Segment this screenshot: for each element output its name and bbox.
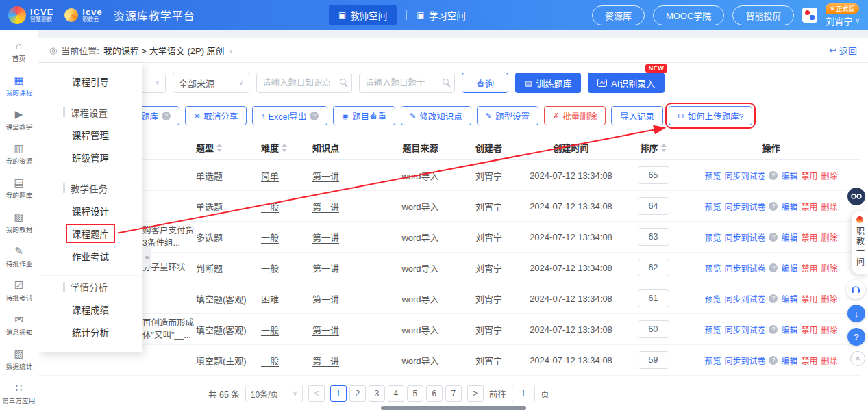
menu-collapse-button[interactable]: «	[142, 246, 151, 267]
knowledge-value[interactable]: 第一讲	[312, 202, 339, 212]
help-widget-icon[interactable]: ?	[847, 328, 865, 346]
customer-service-icon[interactable]	[846, 280, 865, 299]
disable-link[interactable]: 禁用	[802, 262, 818, 274]
close-widget-icon[interactable]: ×	[850, 351, 865, 366]
teacher-space-tab[interactable]: ▣ 教师空间	[329, 5, 397, 25]
help-icon[interactable]: ?	[769, 171, 778, 180]
rail-item-exams[interactable]: ☑待批考试	[0, 274, 38, 308]
assistant-tab[interactable]: 职教一问	[852, 211, 868, 274]
page-button-4[interactable]: 4	[388, 385, 404, 402]
duplicate-check-button[interactable]: ◉题目查重	[333, 106, 395, 125]
order-input[interactable]	[638, 351, 669, 369]
horizontal-scrollbar[interactable]	[381, 406, 526, 410]
sort-icon[interactable]	[216, 144, 222, 152]
sync-to-paper-link[interactable]: 同步到试卷	[724, 231, 765, 243]
edit-link[interactable]: 编辑	[781, 355, 797, 366]
menu-item[interactable]: 作业考试	[38, 244, 142, 267]
rail-item-homework[interactable]: ✎待批作业	[0, 240, 38, 274]
source-select[interactable]: 全部来源∨	[173, 73, 249, 93]
sync-to-paper-link[interactable]: 同步到试卷	[724, 324, 765, 335]
menu-item[interactable]: 班级管理	[38, 146, 142, 168]
preview-link[interactable]: 预览	[704, 293, 721, 305]
col-type[interactable]: 题型	[196, 141, 261, 154]
help-icon[interactable]: ?	[769, 263, 778, 272]
disable-link[interactable]: 禁用	[802, 170, 818, 181]
difficulty-value[interactable]: 一般	[261, 202, 279, 212]
delete-link[interactable]: 删除	[821, 324, 838, 335]
prev-page-button[interactable]: <	[308, 385, 325, 402]
difficulty-value[interactable]: 简单	[261, 171, 279, 181]
difficulty-value[interactable]: 一般	[261, 233, 279, 243]
preview-link[interactable]: 预览	[704, 355, 721, 366]
page-button-3[interactable]: 3	[369, 385, 385, 402]
help-icon[interactable]: ?	[769, 325, 778, 334]
disable-link[interactable]: 禁用	[802, 201, 818, 212]
page-button-5[interactable]: 5	[407, 385, 423, 402]
col-difficulty[interactable]: 难度	[261, 141, 312, 154]
rail-item-resources[interactable]: ▥我的资源	[0, 137, 38, 171]
reading-mode-icon[interactable]	[847, 188, 865, 205]
page-button-1[interactable]: 1	[330, 385, 347, 402]
rail-item-classroom[interactable]: ▶课堂教学	[0, 103, 38, 137]
menu-item[interactable]: 课程题库	[38, 222, 142, 244]
order-input[interactable]	[638, 320, 669, 338]
delete-link[interactable]: 删除	[821, 170, 838, 181]
preview-link[interactable]: 预览	[704, 262, 721, 274]
download-icon[interactable]: ↓	[847, 305, 865, 322]
resource-library-button[interactable]: 资源库	[592, 5, 645, 25]
sort-icon[interactable]	[661, 144, 667, 152]
how-to-upload-button[interactable]: ⊡如何上传题库?	[669, 106, 752, 125]
help-icon[interactable]: ?	[162, 112, 171, 120]
apps-icon[interactable]	[802, 8, 817, 23]
sync-to-paper-link[interactable]: 同步到试卷	[724, 201, 765, 212]
page-button-6[interactable]: 6	[426, 385, 443, 402]
disable-link[interactable]: 禁用	[802, 293, 818, 305]
rail-item-statistics[interactable]: ▨数据统计	[0, 342, 38, 376]
knowledge-value[interactable]: 第一讲	[312, 356, 339, 366]
knowledge-value[interactable]: 第一讲	[312, 325, 339, 335]
preview-link[interactable]: 预览	[704, 201, 721, 212]
rail-item-my-courses[interactable]: ▦我的课程	[0, 68, 38, 103]
disable-link[interactable]: 禁用	[802, 231, 818, 243]
knowledge-value[interactable]: 第一讲	[312, 233, 339, 243]
type-setting-button[interactable]: ✎题型设置	[477, 106, 538, 125]
sync-to-paper-link[interactable]: 同步到试卷	[724, 170, 765, 181]
next-page-button[interactable]: >	[467, 385, 484, 402]
order-input[interactable]	[638, 197, 669, 215]
edit-link[interactable]: 编辑	[781, 324, 797, 335]
menu-item[interactable]: 统计分析	[38, 320, 142, 343]
menu-item[interactable]: 课程引导	[38, 70, 142, 92]
modify-knowledge-button[interactable]: ✎修改知识点	[401, 106, 471, 125]
edit-link[interactable]: 编辑	[781, 201, 797, 212]
edit-link[interactable]: 编辑	[781, 293, 797, 305]
rail-item-third-party[interactable]: ∷第三方应用	[0, 376, 38, 411]
rail-item-home[interactable]: ⌂首页	[0, 34, 38, 68]
help-icon[interactable]: ?	[769, 233, 778, 242]
knowledge-value[interactable]: 第一讲	[312, 171, 339, 181]
disable-link[interactable]: 禁用	[802, 355, 818, 366]
goto-page-input[interactable]	[512, 385, 535, 402]
menu-item[interactable]: 课程成绩	[38, 298, 142, 320]
order-input[interactable]	[638, 228, 669, 246]
preview-link[interactable]: 预览	[704, 231, 721, 243]
batch-delete-button[interactable]: ✗批量删除	[544, 106, 606, 125]
delete-link[interactable]: 删除	[821, 355, 838, 366]
edit-link[interactable]: 编辑	[781, 262, 797, 274]
query-button[interactable]: 查询	[462, 73, 508, 93]
smart-cast-button[interactable]: 智能投屏	[732, 5, 794, 25]
col-order[interactable]: 排序	[624, 141, 682, 154]
difficulty-value[interactable]: 一般	[261, 325, 279, 335]
rail-item-question-bank[interactable]: ▤我的题库	[0, 171, 38, 205]
mooc-college-button[interactable]: MOOC学院	[653, 5, 724, 25]
knowledge-value[interactable]: 第一讲	[312, 263, 339, 274]
sync-to-paper-link[interactable]: 同步到试卷	[724, 293, 765, 305]
delete-link[interactable]: 删除	[821, 201, 838, 212]
difficulty-value[interactable]: 困难	[261, 294, 279, 305]
delete-link[interactable]: 删除	[821, 231, 838, 243]
delete-link[interactable]: 删除	[821, 293, 838, 305]
sync-to-paper-link[interactable]: 同步到试卷	[724, 262, 765, 274]
help-icon[interactable]: ?	[310, 112, 319, 120]
chevron-down-icon[interactable]: ∨	[229, 47, 234, 54]
back-button[interactable]: ↩ 返回	[829, 44, 857, 57]
edit-link[interactable]: 编辑	[781, 170, 797, 181]
